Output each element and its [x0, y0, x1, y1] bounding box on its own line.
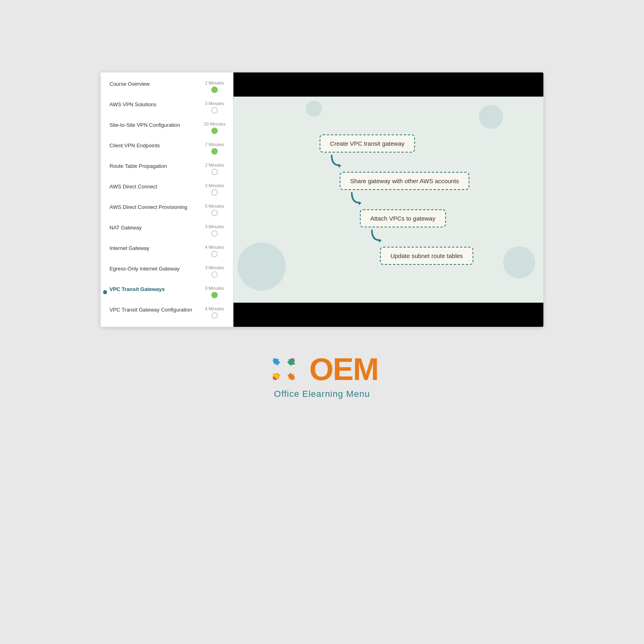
- sidebar-item-4[interactable]: Route Table Propagation2 Minutes: [101, 159, 233, 179]
- sidebar-item-10[interactable]: VPC Transit Gateways3 Minutes: [101, 282, 233, 302]
- status-circle-9: [211, 271, 218, 278]
- video-top-bar: [233, 72, 543, 97]
- sidebar-right-4: 2 Minutes: [202, 163, 227, 175]
- duration-10: 3 Minutes: [205, 286, 224, 291]
- sidebar-item-label-7: NAT Gateway: [109, 224, 202, 231]
- duration-8: 4 Minutes: [205, 245, 224, 250]
- status-circle-8: [211, 251, 218, 257]
- sidebar-item-label-6: AWS Direct Connect Provisioning: [109, 204, 202, 211]
- bg-deco-4: [306, 101, 322, 117]
- bg-deco-1: [237, 242, 286, 291]
- duration-0: 2 Minutes: [205, 80, 224, 85]
- duration-1: 3 Minutes: [205, 101, 224, 106]
- flow-box-3: Attach VPCs to gateway: [360, 209, 446, 227]
- sidebar-item-0[interactable]: Course Overview2 Minutes: [101, 76, 233, 97]
- flow-arrow-2-icon: [348, 191, 364, 207]
- sidebar-item-label-2: Site-to-Site VPN Configuration: [109, 122, 202, 129]
- sidebar-right-2: 10 Minutes: [202, 122, 227, 134]
- sidebar-item-label-5: AWS Direct Connect: [109, 183, 202, 190]
- sidebar-right-8: 4 Minutes: [202, 245, 227, 257]
- oem-icon: [266, 351, 302, 387]
- status-circle-0: [211, 87, 218, 93]
- sidebar-item-6[interactable]: AWS Direct Connect Provisioning5 Minutes: [101, 200, 233, 220]
- status-circle-6: [211, 210, 218, 216]
- svg-marker-1: [358, 201, 361, 205]
- duration-4: 2 Minutes: [205, 163, 224, 167]
- sidebar-item-8[interactable]: Internet Gateway4 Minutes: [101, 241, 233, 261]
- status-circle-4: [211, 169, 218, 175]
- sidebar-item-label-9: Egress-Only Internet Gateway: [109, 265, 202, 272]
- sidebar-right-6: 5 Minutes: [202, 204, 227, 216]
- flow-box-2: Share gateway with other AWS accounts: [340, 172, 469, 190]
- sidebar-item-7[interactable]: NAT Gateway3 Minutes: [101, 220, 233, 241]
- sidebar: Course Overview2 MinutesAWS VPN Solution…: [101, 72, 233, 327]
- sidebar-item-label-3: Client VPN Endpoints: [109, 142, 202, 149]
- duration-6: 5 Minutes: [205, 204, 224, 208]
- sidebar-right-7: 3 Minutes: [202, 224, 227, 237]
- flow-arrow-1-icon: [328, 153, 344, 169]
- sidebar-item-label-10: VPC Transit Gateways: [109, 286, 202, 293]
- status-circle-2: [211, 128, 218, 134]
- sidebar-item-label-8: Internet Gateway: [109, 245, 202, 252]
- video-main: Create VPC transit gateway Share gateway…: [233, 97, 543, 303]
- main-card: Course Overview2 MinutesAWS VPN Solution…: [101, 72, 543, 327]
- flow-arrow-3-icon: [368, 228, 384, 244]
- sidebar-item-label-11: VPC Transit Gateway Configuration: [109, 306, 202, 314]
- duration-9: 3 Minutes: [205, 265, 224, 270]
- sidebar-item-label-0: Course Overview: [109, 80, 202, 88]
- duration-2: 10 Minutes: [204, 122, 225, 126]
- status-circle-7: [211, 230, 218, 237]
- bg-deco-3: [479, 105, 503, 129]
- sidebar-right-3: 7 Minutes: [202, 142, 227, 155]
- sidebar-right-5: 3 Minutes: [202, 183, 227, 196]
- bg-deco-2: [503, 246, 535, 279]
- flow-step-4-group: Update subnet route tables: [380, 247, 473, 265]
- oem-text: OEM: [309, 353, 378, 385]
- sidebar-right-0: 2 Minutes: [202, 80, 227, 93]
- content-area: Create VPC transit gateway Share gateway…: [233, 72, 543, 327]
- flow-arrow-3-container: [368, 228, 384, 246]
- sidebar-item-5[interactable]: AWS Direct Connect3 Minutes: [101, 179, 233, 200]
- sidebar-item-label-1: AWS VPN Solutions: [109, 101, 202, 108]
- flow-box-1: Create VPC transit gateway: [320, 134, 415, 153]
- sidebar-item-9[interactable]: Egress-Only Internet Gateway3 Minutes: [101, 261, 233, 282]
- sidebar-right-11: 4 Minutes: [202, 306, 227, 319]
- duration-3: 7 Minutes: [205, 142, 224, 147]
- sidebar-item-11[interactable]: VPC Transit Gateway Configuration4 Minut…: [101, 302, 233, 323]
- flow-arrow-2-container: [348, 191, 364, 208]
- sidebar-item-1[interactable]: AWS VPN Solutions3 Minutes: [101, 97, 233, 118]
- status-circle-1: [211, 107, 218, 114]
- status-circle-10: [211, 292, 218, 298]
- flow-box-4: Update subnet route tables: [380, 247, 473, 265]
- svg-marker-0: [338, 164, 341, 168]
- status-circle-5: [211, 189, 218, 196]
- duration-7: 3 Minutes: [205, 224, 224, 229]
- oem-section: OEM Office Elearning Menu: [266, 351, 378, 399]
- outer-container: Course Overview2 MinutesAWS VPN Solution…: [0, 0, 644, 644]
- status-circle-11: [211, 312, 218, 319]
- sidebar-item-label-4: Route Table Propagation: [109, 163, 202, 170]
- video-bottom-bar: [233, 303, 543, 327]
- oem-subtitle: Office Elearning Menu: [274, 389, 370, 399]
- duration-11: 4 Minutes: [205, 306, 224, 311]
- sidebar-right-9: 3 Minutes: [202, 265, 227, 278]
- flow-step-2-group: Share gateway with other AWS accounts: [340, 172, 469, 190]
- oem-logo-row: OEM: [266, 351, 378, 387]
- sidebar-right-10: 3 Minutes: [202, 286, 227, 298]
- flow-arrow-1-container: [328, 153, 344, 171]
- flow-step-3-group: Attach VPCs to gateway: [360, 209, 446, 227]
- sidebar-item-2[interactable]: Site-to-Site VPN Configuration10 Minutes: [101, 118, 233, 138]
- sidebar-item-3[interactable]: Client VPN Endpoints7 Minutes: [101, 138, 233, 159]
- duration-5: 3 Minutes: [205, 183, 224, 188]
- flow-step-1-group: Create VPC transit gateway: [320, 134, 415, 153]
- sidebar-right-1: 3 Minutes: [202, 101, 227, 114]
- status-circle-3: [211, 148, 218, 155]
- flow-diagram: Create VPC transit gateway Share gateway…: [320, 134, 473, 265]
- svg-marker-2: [378, 239, 382, 243]
